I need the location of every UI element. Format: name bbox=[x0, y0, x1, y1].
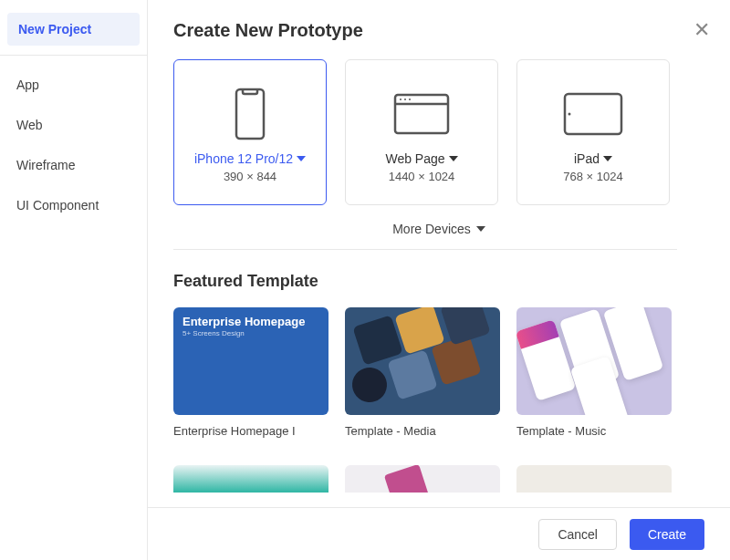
template-row-partial bbox=[173, 465, 704, 493]
sidebar-item-ui-component[interactable]: UI Component bbox=[0, 185, 147, 225]
close-icon[interactable]: ✕ bbox=[694, 20, 710, 40]
template-thumbnail-partial[interactable] bbox=[345, 465, 500, 493]
iphone-icon bbox=[235, 77, 266, 151]
thumbnail-title: Enterprise Homepage bbox=[173, 307, 328, 328]
template-label: Template - Music bbox=[516, 424, 672, 438]
device-card-iphone[interactable]: iPhone 12 Pro/12 390 × 844 bbox=[173, 59, 327, 205]
sidebar: New Project App Web Wireframe UI Compone… bbox=[0, 0, 148, 560]
template-thumbnail-partial[interactable] bbox=[516, 465, 672, 493]
chevron-down-icon bbox=[297, 156, 306, 161]
new-project-button[interactable]: New Project bbox=[7, 13, 140, 46]
device-name[interactable]: Web Page bbox=[385, 151, 457, 166]
browser-icon bbox=[393, 77, 450, 151]
template-label: Enterprise Homepage I bbox=[173, 424, 328, 438]
more-devices-label: More Devices bbox=[392, 222, 471, 236]
device-name-label: iPhone 12 Pro/12 bbox=[194, 151, 293, 166]
more-devices-button[interactable]: More Devices bbox=[173, 222, 704, 236]
template-thumbnail bbox=[345, 307, 500, 415]
device-dimensions: 390 × 844 bbox=[224, 170, 276, 183]
main-content: ✕ Create New Prototype iPhone 12 Pro/12 … bbox=[148, 0, 730, 560]
divider bbox=[173, 249, 677, 250]
device-dimensions: 768 × 1024 bbox=[563, 170, 622, 183]
chevron-down-icon bbox=[476, 226, 485, 232]
page-title: Create New Prototype bbox=[173, 20, 704, 41]
template-card-music[interactable]: Template - Music bbox=[516, 307, 672, 438]
ipad-icon bbox=[563, 77, 623, 151]
device-dimensions: 1440 × 1024 bbox=[389, 170, 455, 183]
template-row: Enterprise Homepage 5+ Screens Design En… bbox=[173, 307, 704, 438]
sidebar-item-web[interactable]: Web bbox=[0, 105, 147, 145]
create-button[interactable]: Create bbox=[630, 519, 704, 550]
sidebar-item-app[interactable]: App bbox=[0, 65, 147, 105]
device-name-label: iPad bbox=[574, 151, 600, 166]
device-row: iPhone 12 Pro/12 390 × 844 bbox=[173, 59, 704, 205]
device-name-label: Web Page bbox=[385, 151, 444, 166]
svg-point-7 bbox=[568, 113, 571, 116]
device-card-ipad[interactable]: iPad 768 × 1024 bbox=[516, 59, 670, 205]
device-name[interactable]: iPad bbox=[574, 151, 612, 166]
template-card-media[interactable]: Template - Media bbox=[345, 307, 500, 438]
footer: Cancel Create bbox=[148, 507, 730, 560]
svg-point-4 bbox=[404, 99, 406, 100]
device-card-web[interactable]: Web Page 1440 × 1024 bbox=[345, 59, 498, 205]
svg-rect-0 bbox=[236, 89, 264, 139]
chevron-down-icon bbox=[449, 156, 458, 161]
chevron-down-icon bbox=[603, 156, 612, 161]
svg-rect-6 bbox=[565, 94, 621, 134]
device-name[interactable]: iPhone 12 Pro/12 bbox=[194, 151, 306, 166]
template-thumbnail: Enterprise Homepage 5+ Screens Design bbox=[173, 307, 328, 415]
thumbnail-subtitle: 5+ Screens Design bbox=[173, 328, 328, 337]
sidebar-item-wireframe[interactable]: Wireframe bbox=[0, 145, 147, 185]
template-label: Template - Media bbox=[345, 424, 500, 438]
svg-point-5 bbox=[409, 99, 411, 100]
svg-point-3 bbox=[400, 99, 402, 100]
template-thumbnail bbox=[516, 307, 672, 415]
cancel-button[interactable]: Cancel bbox=[538, 519, 617, 550]
featured-template-title: Featured Template bbox=[173, 272, 704, 291]
template-thumbnail-partial[interactable] bbox=[173, 465, 328, 493]
svg-rect-1 bbox=[395, 95, 448, 133]
template-card-enterprise[interactable]: Enterprise Homepage 5+ Screens Design En… bbox=[173, 307, 328, 438]
